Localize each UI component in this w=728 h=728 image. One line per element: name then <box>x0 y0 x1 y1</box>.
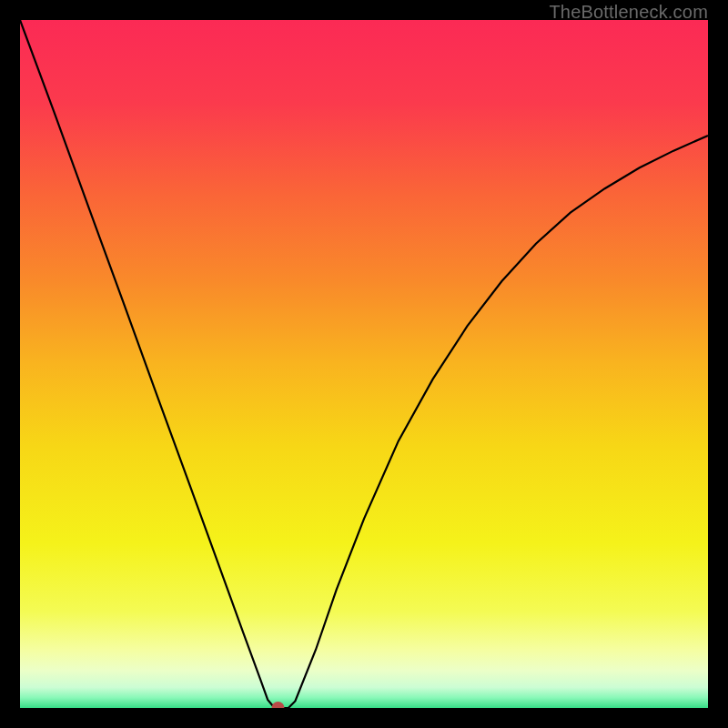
gradient-background <box>20 20 708 708</box>
chart-frame: TheBottleneck.com <box>0 0 728 728</box>
bottleneck-curve-chart <box>20 20 708 708</box>
attribution-text: TheBottleneck.com <box>549 2 708 23</box>
plot-area <box>20 20 708 708</box>
